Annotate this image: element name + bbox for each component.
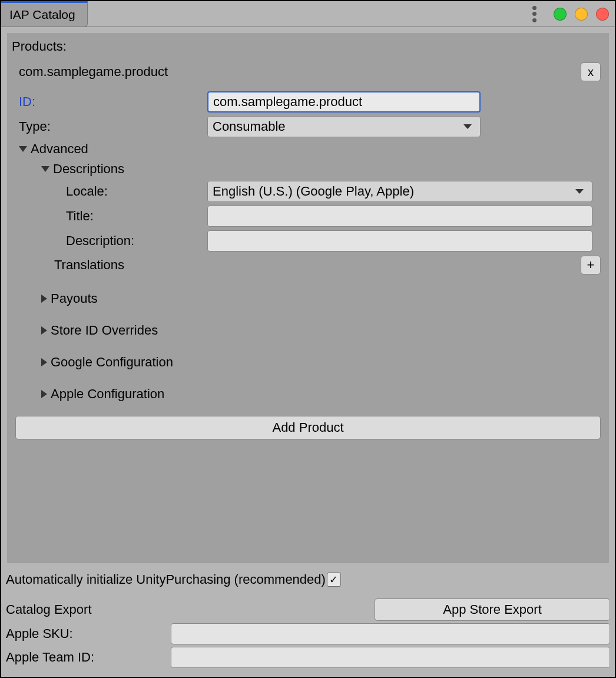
locale-value: English (U.S.) (Google Play, Apple): [213, 184, 414, 199]
descriptions-label: Descriptions: [53, 161, 124, 177]
chevron-down-icon: [575, 189, 584, 194]
payouts-label: Payouts: [51, 291, 98, 306]
description-input[interactable]: [207, 230, 592, 252]
apple-configuration-foldout[interactable]: Apple Configuration: [41, 384, 609, 404]
foldout-open-icon: [41, 166, 49, 172]
apple-sku-input[interactable]: [171, 623, 610, 644]
catalog-export-label: Catalog Export: [6, 602, 375, 617]
apple-team-id-label: Apple Team ID:: [6, 650, 171, 665]
products-panel: Products: com.samplegame.product x ID: T…: [7, 33, 609, 563]
window-maximize-button[interactable]: [575, 8, 588, 21]
descriptions-foldout[interactable]: Descriptions: [41, 159, 609, 179]
kebab-menu-icon[interactable]: •••: [532, 5, 537, 23]
id-label: ID:: [19, 94, 207, 110]
google-configuration-label: Google Configuration: [51, 355, 173, 370]
tab-label: IAP Catalog: [9, 8, 75, 21]
auto-init-checkbox[interactable]: ✓: [327, 573, 341, 587]
title-input[interactable]: [207, 206, 592, 227]
auto-init-label: Automatically initialize UnityPurchasing…: [6, 572, 326, 587]
type-label: Type:: [19, 119, 207, 134]
foldout-closed-icon: [41, 358, 47, 366]
titlebar: IAP Catalog •••: [1, 1, 615, 27]
payouts-foldout[interactable]: Payouts: [41, 289, 609, 309]
apple-team-id-input[interactable]: [171, 647, 610, 668]
remove-product-button[interactable]: x: [581, 62, 601, 81]
app-store-export-button[interactable]: App Store Export: [375, 598, 610, 621]
chevron-down-icon: [463, 124, 472, 129]
product-type-value: Consumable: [213, 119, 286, 134]
window-minimize-button[interactable]: [554, 8, 567, 21]
advanced-foldout[interactable]: Advanced: [19, 139, 609, 159]
description-label: Description:: [19, 233, 207, 249]
apple-configuration-label: Apple Configuration: [51, 386, 164, 402]
bottom-panel: Automatically initialize UnityPurchasing…: [1, 563, 615, 670]
products-heading: Products:: [7, 33, 609, 60]
title-label: Title:: [19, 209, 207, 224]
advanced-label: Advanced: [31, 141, 88, 157]
locale-select[interactable]: English (U.S.) (Google Play, Apple): [207, 181, 592, 202]
foldout-open-icon: [19, 146, 27, 152]
apple-sku-label: Apple SKU:: [6, 626, 171, 641]
translations-label: Translations: [7, 257, 196, 273]
window-close-button[interactable]: [596, 8, 609, 21]
foldout-closed-icon: [41, 295, 47, 303]
foldout-closed-icon: [41, 390, 47, 398]
product-name-label: com.samplegame.product: [19, 64, 581, 80]
store-id-overrides-label: Store ID Overrides: [51, 323, 158, 338]
tab-iap-catalog[interactable]: IAP Catalog: [1, 1, 88, 27]
add-translation-button[interactable]: +: [581, 256, 601, 274]
google-configuration-foldout[interactable]: Google Configuration: [41, 352, 609, 372]
locale-label: Locale:: [19, 184, 207, 199]
product-id-input[interactable]: [207, 91, 481, 113]
foldout-closed-icon: [41, 326, 47, 335]
product-type-select[interactable]: Consumable: [207, 116, 481, 137]
store-id-overrides-foldout[interactable]: Store ID Overrides: [41, 320, 609, 340]
add-product-button[interactable]: Add Product: [15, 416, 601, 439]
